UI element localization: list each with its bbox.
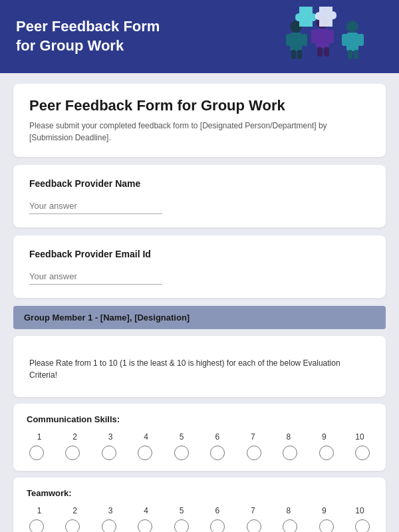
header-title: Peer Feedback Form for Group Work bbox=[16, 17, 160, 55]
comm-radio-4[interactable] bbox=[138, 446, 152, 460]
tw-radio-1[interactable] bbox=[29, 519, 44, 532]
email-field-label: Feedback Provider Email Id bbox=[29, 249, 370, 259]
tw-num-1: 1 bbox=[29, 506, 49, 515]
communication-rating-card: Communication Skills: 1 2 3 4 5 6 7 8 9 … bbox=[13, 404, 386, 471]
comm-radio-1[interactable] bbox=[29, 446, 44, 460]
svg-rect-11 bbox=[324, 47, 329, 57]
tw-num-9: 9 bbox=[314, 506, 334, 515]
svg-rect-1 bbox=[290, 33, 302, 51]
tw-radio-8[interactable] bbox=[283, 519, 297, 532]
rating-num-2: 2 bbox=[65, 432, 85, 442]
tw-num-5: 5 bbox=[172, 506, 192, 515]
rating-num-7: 7 bbox=[243, 432, 263, 442]
group-member-section: Group Member 1 - [Name], [Designation] P… bbox=[13, 306, 386, 532]
email-field-card: Feedback Provider Email Id bbox=[13, 235, 386, 298]
comm-radio-8[interactable] bbox=[283, 446, 297, 460]
name-input[interactable] bbox=[29, 198, 162, 214]
group-member-header: Group Member 1 - [Name], [Designation] bbox=[13, 306, 386, 329]
tw-num-10: 10 bbox=[350, 506, 370, 515]
comm-radio-2[interactable] bbox=[65, 446, 80, 460]
form-subtitle: Please submit your completed feedback fo… bbox=[29, 120, 370, 144]
comm-radio-5[interactable] bbox=[174, 446, 189, 460]
svg-point-12 bbox=[346, 21, 358, 33]
svg-rect-16 bbox=[348, 50, 352, 59]
name-field-card: Feedback Provider Name bbox=[13, 165, 386, 227]
instruction-card: Please Rate from 1 to 10 (1 is the least… bbox=[13, 336, 386, 397]
teamwork-label: Teamwork: bbox=[27, 488, 372, 498]
name-field-label: Feedback Provider Name bbox=[29, 178, 370, 189]
tw-num-2: 2 bbox=[65, 506, 85, 515]
svg-rect-15 bbox=[358, 34, 364, 46]
communication-label: Communication Skills: bbox=[27, 414, 372, 424]
comm-radio-7[interactable] bbox=[247, 446, 261, 460]
tw-num-6: 6 bbox=[207, 506, 227, 515]
rating-num-5: 5 bbox=[172, 432, 192, 442]
tw-radio-2[interactable] bbox=[65, 519, 80, 532]
tw-radio-7[interactable] bbox=[247, 519, 261, 532]
svg-rect-7 bbox=[316, 29, 329, 49]
tw-radio-5[interactable] bbox=[174, 519, 189, 532]
rating-num-10: 10 bbox=[350, 432, 370, 442]
teamwork-rating-card: Teamwork: 1 2 3 4 5 6 7 8 9 10 bbox=[13, 477, 386, 532]
header-illustration bbox=[259, 3, 392, 70]
email-input[interactable] bbox=[29, 269, 162, 285]
rating-num-9: 9 bbox=[314, 432, 334, 442]
main-content: Peer Feedback Form for Group Work Please… bbox=[0, 73, 399, 532]
svg-rect-13 bbox=[346, 33, 358, 51]
header-banner: Peer Feedback Form for Group Work bbox=[0, 0, 399, 73]
svg-rect-2 bbox=[286, 34, 291, 46]
rating-instruction: Please Rate from 1 to 10 (1 is the least… bbox=[29, 349, 370, 384]
communication-numbers: 1 2 3 4 5 6 7 8 9 10 bbox=[27, 432, 372, 442]
rating-num-8: 8 bbox=[279, 432, 299, 442]
tw-radio-4[interactable] bbox=[138, 519, 152, 532]
communication-circles bbox=[27, 446, 372, 460]
svg-rect-9 bbox=[328, 30, 334, 43]
tw-radio-6[interactable] bbox=[210, 519, 225, 532]
svg-rect-17 bbox=[354, 50, 358, 59]
form-title: Peer Feedback Form for Group Work bbox=[29, 97, 370, 114]
tw-radio-9[interactable] bbox=[319, 519, 334, 532]
group-member-title: Group Member 1 - [Name], [Designation] bbox=[24, 313, 375, 323]
svg-rect-5 bbox=[297, 50, 302, 59]
comm-radio-3[interactable] bbox=[102, 446, 116, 460]
comm-radio-6[interactable] bbox=[210, 446, 225, 460]
svg-rect-14 bbox=[342, 34, 348, 46]
rating-num-6: 6 bbox=[207, 432, 227, 442]
tw-num-3: 3 bbox=[100, 506, 120, 515]
title-card: Peer Feedback Form for Group Work Please… bbox=[13, 84, 386, 157]
svg-rect-3 bbox=[302, 34, 307, 46]
rating-num-3: 3 bbox=[100, 432, 120, 442]
rating-num-4: 4 bbox=[136, 432, 156, 442]
tw-radio-3[interactable] bbox=[102, 519, 116, 532]
teamwork-circles bbox=[27, 519, 372, 532]
svg-rect-10 bbox=[317, 47, 323, 57]
comm-radio-9[interactable] bbox=[319, 446, 334, 460]
teamwork-numbers: 1 2 3 4 5 6 7 8 9 10 bbox=[27, 506, 372, 515]
tw-num-8: 8 bbox=[279, 506, 299, 515]
tw-num-4: 4 bbox=[136, 506, 156, 515]
svg-rect-8 bbox=[311, 30, 317, 43]
tw-radio-10[interactable] bbox=[355, 519, 370, 532]
svg-rect-4 bbox=[291, 50, 296, 59]
tw-num-7: 7 bbox=[243, 506, 263, 515]
rating-num-1: 1 bbox=[29, 432, 49, 442]
comm-radio-10[interactable] bbox=[355, 446, 370, 460]
